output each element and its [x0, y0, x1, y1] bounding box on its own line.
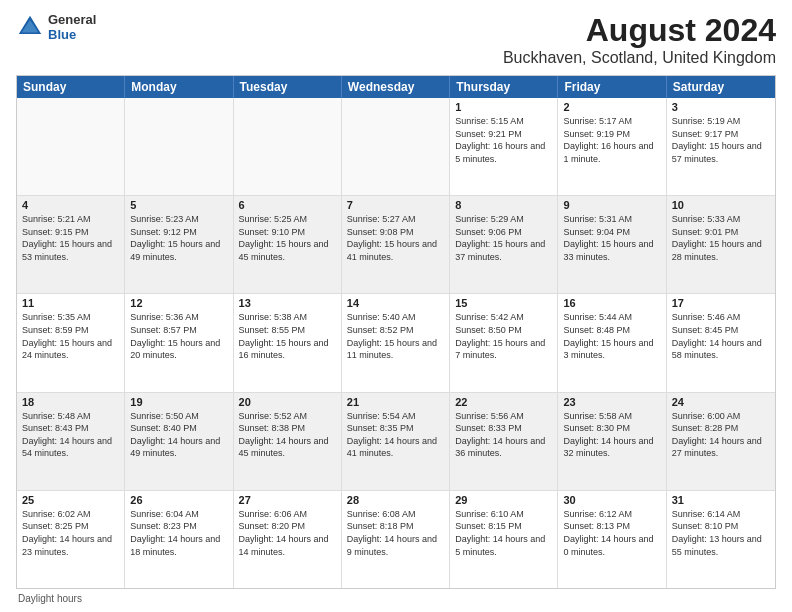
- day-number: 26: [130, 494, 227, 506]
- day-number: 23: [563, 396, 660, 408]
- day-number: 1: [455, 101, 552, 113]
- day-number: 8: [455, 199, 552, 211]
- cell-text: Sunrise: 5:25 AMSunset: 9:10 PMDaylight:…: [239, 213, 336, 263]
- calendar-cell: 30Sunrise: 6:12 AMSunset: 8:13 PMDayligh…: [558, 491, 666, 588]
- day-number: 15: [455, 297, 552, 309]
- title-block: August 2024 Buckhaven, Scotland, United …: [503, 12, 776, 67]
- calendar-cell: 16Sunrise: 5:44 AMSunset: 8:48 PMDayligh…: [558, 294, 666, 391]
- calendar-cell: 21Sunrise: 5:54 AMSunset: 8:35 PMDayligh…: [342, 393, 450, 490]
- calendar-header-row: SundayMondayTuesdayWednesdayThursdayFrid…: [17, 76, 775, 98]
- cell-text: Sunrise: 5:27 AMSunset: 9:08 PMDaylight:…: [347, 213, 444, 263]
- day-number: 29: [455, 494, 552, 506]
- calendar-row: 1Sunrise: 5:15 AMSunset: 9:21 PMDaylight…: [17, 98, 775, 196]
- cell-text: Sunrise: 5:35 AMSunset: 8:59 PMDaylight:…: [22, 311, 119, 361]
- cell-text: Sunrise: 6:08 AMSunset: 8:18 PMDaylight:…: [347, 508, 444, 558]
- cell-text: Sunrise: 5:31 AMSunset: 9:04 PMDaylight:…: [563, 213, 660, 263]
- day-number: 14: [347, 297, 444, 309]
- calendar-row: 11Sunrise: 5:35 AMSunset: 8:59 PMDayligh…: [17, 294, 775, 392]
- cell-text: Sunrise: 5:42 AMSunset: 8:50 PMDaylight:…: [455, 311, 552, 361]
- day-number: 6: [239, 199, 336, 211]
- calendar-cell: 13Sunrise: 5:38 AMSunset: 8:55 PMDayligh…: [234, 294, 342, 391]
- calendar-cell: [342, 98, 450, 195]
- calendar-cell: 5Sunrise: 5:23 AMSunset: 9:12 PMDaylight…: [125, 196, 233, 293]
- cell-text: Sunrise: 5:17 AMSunset: 9:19 PMDaylight:…: [563, 115, 660, 165]
- calendar-cell: 18Sunrise: 5:48 AMSunset: 8:43 PMDayligh…: [17, 393, 125, 490]
- cell-text: Sunrise: 5:52 AMSunset: 8:38 PMDaylight:…: [239, 410, 336, 460]
- day-number: 27: [239, 494, 336, 506]
- calendar-header-cell: Thursday: [450, 76, 558, 98]
- calendar-cell: [125, 98, 233, 195]
- day-number: 7: [347, 199, 444, 211]
- cell-text: Sunrise: 6:02 AMSunset: 8:25 PMDaylight:…: [22, 508, 119, 558]
- cell-text: Sunrise: 6:06 AMSunset: 8:20 PMDaylight:…: [239, 508, 336, 558]
- day-number: 17: [672, 297, 770, 309]
- day-number: 13: [239, 297, 336, 309]
- cell-text: Sunrise: 6:04 AMSunset: 8:23 PMDaylight:…: [130, 508, 227, 558]
- calendar-body: 1Sunrise: 5:15 AMSunset: 9:21 PMDaylight…: [17, 98, 775, 588]
- cell-text: Sunrise: 5:15 AMSunset: 9:21 PMDaylight:…: [455, 115, 552, 165]
- calendar-cell: 17Sunrise: 5:46 AMSunset: 8:45 PMDayligh…: [667, 294, 775, 391]
- calendar-cell: 20Sunrise: 5:52 AMSunset: 8:38 PMDayligh…: [234, 393, 342, 490]
- calendar-header-cell: Monday: [125, 76, 233, 98]
- calendar-cell: 14Sunrise: 5:40 AMSunset: 8:52 PMDayligh…: [342, 294, 450, 391]
- cell-text: Sunrise: 5:29 AMSunset: 9:06 PMDaylight:…: [455, 213, 552, 263]
- day-number: 19: [130, 396, 227, 408]
- cell-text: Sunrise: 5:58 AMSunset: 8:30 PMDaylight:…: [563, 410, 660, 460]
- logo-blue-text: Blue: [48, 27, 96, 42]
- calendar-cell: 25Sunrise: 6:02 AMSunset: 8:25 PMDayligh…: [17, 491, 125, 588]
- day-number: 3: [672, 101, 770, 113]
- day-number: 2: [563, 101, 660, 113]
- cell-text: Sunrise: 5:33 AMSunset: 9:01 PMDaylight:…: [672, 213, 770, 263]
- cell-text: Sunrise: 5:38 AMSunset: 8:55 PMDaylight:…: [239, 311, 336, 361]
- day-number: 20: [239, 396, 336, 408]
- calendar-cell: 1Sunrise: 5:15 AMSunset: 9:21 PMDaylight…: [450, 98, 558, 195]
- page: General Blue August 2024 Buckhaven, Scot…: [0, 0, 792, 612]
- calendar-cell: 8Sunrise: 5:29 AMSunset: 9:06 PMDaylight…: [450, 196, 558, 293]
- calendar-cell: 15Sunrise: 5:42 AMSunset: 8:50 PMDayligh…: [450, 294, 558, 391]
- calendar-header-cell: Friday: [558, 76, 666, 98]
- calendar-header-cell: Wednesday: [342, 76, 450, 98]
- calendar-row: 25Sunrise: 6:02 AMSunset: 8:25 PMDayligh…: [17, 491, 775, 588]
- calendar-cell: 10Sunrise: 5:33 AMSunset: 9:01 PMDayligh…: [667, 196, 775, 293]
- footer-text: Daylight hours: [18, 593, 82, 604]
- day-number: 9: [563, 199, 660, 211]
- day-number: 16: [563, 297, 660, 309]
- day-number: 21: [347, 396, 444, 408]
- calendar-cell: 28Sunrise: 6:08 AMSunset: 8:18 PMDayligh…: [342, 491, 450, 588]
- calendar-cell: 26Sunrise: 6:04 AMSunset: 8:23 PMDayligh…: [125, 491, 233, 588]
- day-number: 24: [672, 396, 770, 408]
- cell-text: Sunrise: 5:46 AMSunset: 8:45 PMDaylight:…: [672, 311, 770, 361]
- cell-text: Sunrise: 5:23 AMSunset: 9:12 PMDaylight:…: [130, 213, 227, 263]
- calendar-cell: 24Sunrise: 6:00 AMSunset: 8:28 PMDayligh…: [667, 393, 775, 490]
- calendar-cell: 31Sunrise: 6:14 AMSunset: 8:10 PMDayligh…: [667, 491, 775, 588]
- calendar-cell: 2Sunrise: 5:17 AMSunset: 9:19 PMDaylight…: [558, 98, 666, 195]
- cell-text: Sunrise: 5:44 AMSunset: 8:48 PMDaylight:…: [563, 311, 660, 361]
- logo-general-text: General: [48, 12, 96, 27]
- day-number: 18: [22, 396, 119, 408]
- logo-text: General Blue: [48, 12, 96, 42]
- day-number: 31: [672, 494, 770, 506]
- calendar-cell: [234, 98, 342, 195]
- day-number: 4: [22, 199, 119, 211]
- day-number: 11: [22, 297, 119, 309]
- calendar-cell: 7Sunrise: 5:27 AMSunset: 9:08 PMDaylight…: [342, 196, 450, 293]
- calendar-cell: [17, 98, 125, 195]
- day-number: 5: [130, 199, 227, 211]
- calendar-cell: 4Sunrise: 5:21 AMSunset: 9:15 PMDaylight…: [17, 196, 125, 293]
- logo: General Blue: [16, 12, 96, 42]
- day-number: 30: [563, 494, 660, 506]
- calendar-cell: 23Sunrise: 5:58 AMSunset: 8:30 PMDayligh…: [558, 393, 666, 490]
- cell-text: Sunrise: 5:40 AMSunset: 8:52 PMDaylight:…: [347, 311, 444, 361]
- calendar-header-cell: Sunday: [17, 76, 125, 98]
- cell-text: Sunrise: 5:50 AMSunset: 8:40 PMDaylight:…: [130, 410, 227, 460]
- day-number: 12: [130, 297, 227, 309]
- page-title: August 2024: [503, 12, 776, 49]
- cell-text: Sunrise: 5:36 AMSunset: 8:57 PMDaylight:…: [130, 311, 227, 361]
- day-number: 28: [347, 494, 444, 506]
- cell-text: Sunrise: 5:21 AMSunset: 9:15 PMDaylight:…: [22, 213, 119, 263]
- calendar-cell: 12Sunrise: 5:36 AMSunset: 8:57 PMDayligh…: [125, 294, 233, 391]
- calendar-cell: 9Sunrise: 5:31 AMSunset: 9:04 PMDaylight…: [558, 196, 666, 293]
- cell-text: Sunrise: 6:14 AMSunset: 8:10 PMDaylight:…: [672, 508, 770, 558]
- day-number: 22: [455, 396, 552, 408]
- calendar-header-cell: Saturday: [667, 76, 775, 98]
